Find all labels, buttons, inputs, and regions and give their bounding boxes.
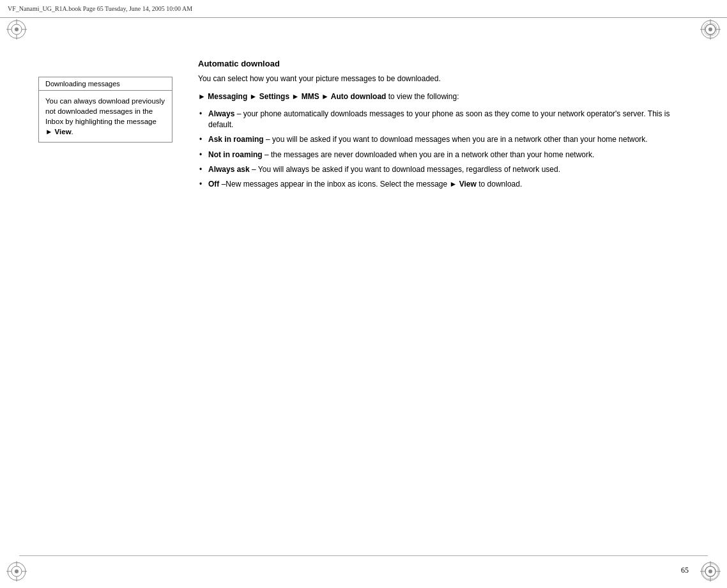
main-content: Automatic download You can select how yo… [198,58,689,194]
desc-always: – your phone automatically downloads mes… [208,109,670,129]
sidebar-box: Downloading messages You can always down… [38,77,172,143]
list-item: Ask in roaming – you will be asked if yo… [198,134,689,145]
nav-bold: ► Messaging ► Settings ► MMS ► Auto down… [198,92,386,101]
bottom-divider [19,555,708,556]
header-bar: VF_Nanami_UG_R1A.book Page 65 Tuesday, J… [0,0,727,18]
term-not-roaming: Not in roaming [208,150,263,159]
term-ask-roaming: Ask in roaming [208,135,264,144]
bullet-list: Always – your phone automatically downlo… [198,109,689,190]
term-always-ask: Always ask [208,165,250,174]
nav-line: ► Messaging ► Settings ► MMS ► Auto down… [198,91,689,102]
svg-point-2 [15,27,19,31]
list-item: Off –New messages appear in the inbox as… [198,179,689,190]
desc-always-ask: – You will always be asked if you want t… [252,165,560,174]
desc-not-roaming: – the messages are never downloaded when… [264,150,594,159]
section-intro: You can select how you want your picture… [198,73,689,84]
corner-decoration-bl [5,560,28,583]
svg-point-9 [708,27,712,31]
sidebar-content: You can always download previously not d… [39,91,172,142]
list-item: Always ask – You will always be asked if… [198,164,689,175]
sidebar-title: Downloading messages [39,77,172,91]
nav-suffix: to view the following: [386,92,459,101]
term-off: Off [208,180,219,189]
term-always: Always [208,109,234,118]
svg-point-23 [708,569,712,573]
page-number: 65 [681,566,689,575]
list-item: Always – your phone automatically downlo… [198,109,689,131]
desc-ask-roaming: – you will be asked if you want to downl… [266,135,648,144]
corner-decoration-tl [5,18,28,41]
corner-decoration-tr [699,18,722,41]
desc-off: –New messages appear in the inbox as ico… [222,180,523,189]
svg-point-16 [15,569,19,573]
list-item: Not in roaming – the messages are never … [198,150,689,160]
section-heading: Automatic download [198,58,689,70]
header-text: VF_Nanami_UG_R1A.book Page 65 Tuesday, J… [8,5,192,12]
corner-decoration-br [699,560,722,583]
